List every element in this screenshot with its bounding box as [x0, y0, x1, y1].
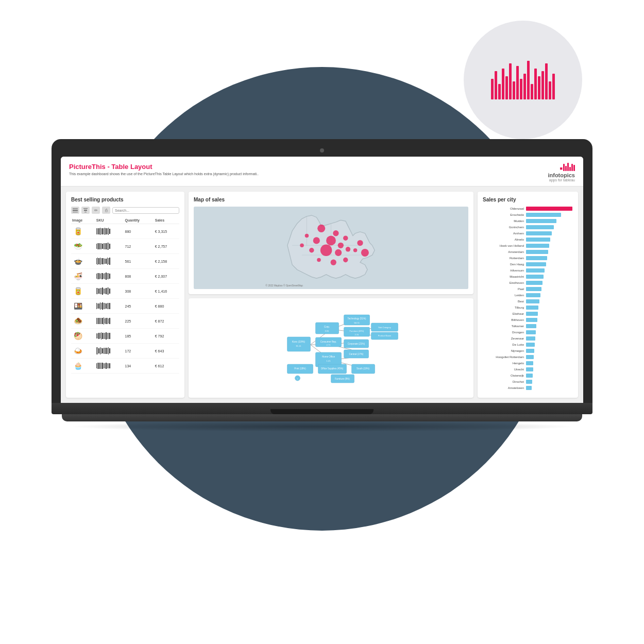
- product-image: 🍲: [71, 254, 95, 269]
- city-bar-row: Drongen: [483, 330, 573, 334]
- product-quantity: 561: [124, 254, 154, 269]
- svg-text:Print (18%): Print (18%): [294, 367, 306, 370]
- city-name: Gorinchem: [483, 226, 524, 229]
- table-header-row: Image SKU Quantity Sales: [71, 217, 179, 224]
- city-name: Hoek van Holland: [483, 244, 524, 247]
- product-image: 🧆: [71, 314, 95, 329]
- svg-text:2.71: 2.71: [327, 344, 331, 346]
- city-bar-row: Muiden: [483, 219, 573, 223]
- city-bar-row: Hengelo: [483, 361, 573, 365]
- laptop-screen: PictureThis - Table Layout This example …: [61, 157, 583, 403]
- laptop-camera: [320, 148, 324, 152]
- city-bar-row: Eindhoven: [483, 281, 573, 285]
- col-sku: SKU: [95, 217, 124, 224]
- svg-text:Sub-Category: Sub-Category: [378, 326, 391, 329]
- svg-point-5: [333, 230, 338, 236]
- product-quantity: 172: [124, 344, 154, 359]
- city-name: Arnhem: [483, 232, 524, 235]
- city-name: Leiden: [483, 294, 524, 297]
- svg-point-18: [353, 248, 358, 252]
- city-bar: [526, 225, 554, 229]
- filter-icon[interactable]: [81, 207, 90, 214]
- city-name: Enschede: [483, 213, 524, 216]
- svg-text:Kors (19%): Kors (19%): [292, 340, 305, 343]
- city-bar: [526, 207, 572, 211]
- product-sales: € 2,158: [154, 254, 179, 269]
- product-image: 🥗: [71, 239, 95, 254]
- city-bar: [526, 318, 537, 322]
- product-sku: [95, 239, 124, 254]
- city-name: Zevenaar: [483, 337, 524, 340]
- product-quantity: 134: [124, 359, 154, 374]
- city-bar: [526, 268, 545, 273]
- product-quantity: 880: [124, 224, 154, 239]
- product-quantity: 245: [124, 299, 154, 314]
- product-sku: [95, 284, 124, 299]
- dashboard-title-section: PictureThis - Table Layout This example …: [69, 163, 259, 176]
- products-table-body: 🥫 880 € 3,315 🥗 712 € 2,757 🍲 561: [71, 224, 179, 374]
- funnel-panel: Kors (19%) €1.11 Corp. 3.91 Consumer Rep…: [189, 298, 473, 398]
- laptop-screen-border: PictureThis - Table Layout This example …: [52, 139, 592, 403]
- city-name: Bilthoven: [483, 318, 524, 321]
- city-bar: [526, 343, 535, 347]
- city-name: Almelo: [483, 238, 524, 241]
- city-name: Nijmegen: [483, 349, 524, 352]
- city-bar-row: Best: [483, 299, 573, 303]
- logo-circle: [464, 21, 582, 139]
- product-image: 🍱: [71, 299, 95, 314]
- city-name: Tolkamer: [483, 325, 524, 328]
- edit-icon[interactable]: ✏: [92, 207, 100, 214]
- city-bar-row: Gorinchem: [483, 225, 573, 229]
- city-name: Drongen: [483, 331, 524, 334]
- product-image: 🥫: [71, 284, 95, 299]
- sales-city-title: Sales per city: [483, 197, 573, 202]
- table-row: 🥙 185 € 792: [71, 329, 179, 344]
- table-row: 🍜 808 € 2,007: [71, 269, 179, 284]
- city-name: Dirschot: [483, 380, 524, 383]
- svg-text:Furniture (29%): Furniture (29%): [350, 330, 364, 332]
- city-name: Hengelo: [483, 362, 524, 365]
- svg-text:© 2022 Mapbox © OpenStreetMap: © 2022 Mapbox © OpenStreetMap: [265, 284, 303, 287]
- svg-point-16: [331, 260, 336, 265]
- svg-point-6: [343, 235, 348, 240]
- city-name: Oldenzaal: [483, 207, 524, 210]
- city-bar-row: Ekehaar: [483, 312, 573, 316]
- product-sales: € 872: [154, 314, 179, 329]
- product-sales: € 3,315: [154, 224, 179, 239]
- svg-point-4: [317, 225, 325, 232]
- list-icon[interactable]: [71, 207, 79, 214]
- svg-text:Val.51: Val.51: [354, 321, 360, 324]
- svg-text:Consumer Rep.: Consumer Rep.: [320, 341, 337, 343]
- product-sku: [95, 344, 124, 359]
- city-bar-row: Enschede: [483, 213, 573, 217]
- city-bar: [526, 244, 549, 248]
- city-bar: [526, 231, 552, 235]
- svg-point-10: [338, 243, 344, 248]
- city-bar: [526, 330, 536, 334]
- city-bar: [526, 256, 547, 260]
- city-name: Utrecht: [483, 368, 524, 371]
- city-name: Eindhoven: [483, 281, 524, 284]
- product-quantity: 308: [124, 284, 154, 299]
- dashboard-subtitle: This example dashboard shows the use of …: [69, 172, 259, 176]
- table-row: 🍲 561 € 2,158: [71, 254, 179, 269]
- table-row: 🥫 880 € 3,315: [71, 224, 179, 239]
- middle-panels: Map of sales: [189, 192, 473, 398]
- svg-text:1.21: 1.21: [327, 360, 331, 362]
- city-bar: [526, 324, 536, 328]
- city-bar-row: Hoek van Holland: [483, 244, 573, 248]
- search-input[interactable]: [112, 207, 179, 214]
- product-sales: € 1,416: [154, 284, 179, 299]
- product-sku: [95, 359, 124, 374]
- city-bar-row: Rotterdam: [483, 256, 573, 260]
- print-icon[interactable]: ⎙: [102, 207, 110, 214]
- product-sales: € 612: [154, 359, 179, 374]
- city-name: Den Haag: [483, 263, 524, 266]
- city-name: Hoogvliet Rotterdam: [483, 355, 524, 359]
- city-bar: [526, 299, 539, 303]
- city-bar-row: Zevenaar: [483, 336, 573, 341]
- city-bar: [526, 306, 538, 310]
- city-name: Tilburg: [483, 306, 524, 309]
- city-name: Rotterdam: [483, 257, 524, 260]
- city-bar: [526, 219, 556, 223]
